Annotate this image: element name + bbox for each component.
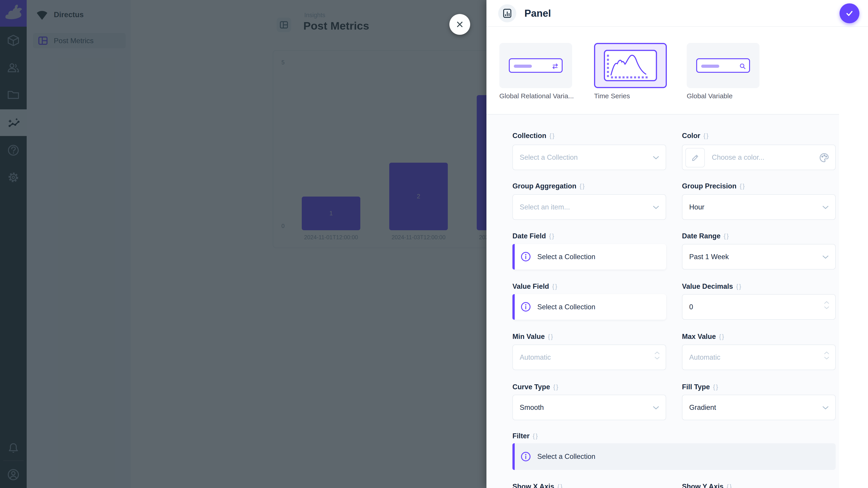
raw-value-icon[interactable]: {} (724, 233, 730, 240)
panel-type-label: Global Relational Varia... (499, 92, 574, 100)
curve-type-field-label: Curve Type {} (513, 383, 559, 391)
raw-value-icon[interactable]: {} (713, 384, 719, 391)
eyedropper-icon (690, 153, 700, 162)
group-precision-select[interactable]: Hour (682, 194, 836, 220)
raw-value-icon[interactable]: {} (549, 233, 555, 240)
panel-type-label: Global Variable (687, 92, 733, 100)
date-field-notice[interactable]: Select a Collection (513, 244, 666, 269)
raw-value-icon[interactable]: {} (552, 283, 558, 290)
chevron-up-icon[interactable] (654, 351, 660, 355)
raw-value-icon[interactable]: {} (550, 132, 555, 139)
drawer-title-icon-circle (498, 4, 516, 22)
number-stepper[interactable] (824, 301, 829, 309)
value-decimals-input[interactable] (682, 294, 836, 320)
color-field-label: Color {} (682, 132, 709, 140)
min-value-field-label: Min Value {} (513, 332, 554, 341)
show-x-axis-field-label: Show X Axis {} (513, 483, 563, 488)
swap-arrows-icon (551, 62, 559, 70)
search-icon (739, 62, 746, 70)
tile-illustration (696, 58, 750, 73)
color-input[interactable]: Choose a color... (682, 144, 836, 170)
raw-value-icon[interactable]: {} (719, 333, 725, 340)
raw-value-icon[interactable]: {} (727, 483, 733, 488)
panel-drawer: Panel (487, 0, 868, 488)
raw-value-icon[interactable]: {} (557, 483, 563, 488)
drawer-close-button[interactable] (450, 14, 470, 35)
curve-type-select[interactable]: Smooth (513, 395, 666, 420)
notice-accent-bar (513, 443, 515, 470)
date-range-field-label: Date Range {} (682, 232, 730, 240)
panel-type-time-series[interactable] (594, 43, 667, 88)
drawer-title: Panel (524, 8, 551, 19)
chevron-down-icon (653, 205, 659, 209)
drawer-overlay[interactable] (0, 0, 487, 488)
tile-illustration (509, 58, 563, 73)
panel-type-label: Time Series (594, 92, 630, 100)
info-icon (521, 302, 531, 312)
collection-field-label: Collection {} (513, 132, 555, 140)
notice-accent-bar (513, 294, 515, 320)
date-range-select[interactable]: Past 1 Week (682, 244, 836, 269)
raw-value-icon[interactable]: {} (533, 433, 539, 440)
date-field-label: Date Field {} (513, 232, 555, 240)
group-aggregation-field-label: Group Aggregation {} (513, 182, 585, 190)
fill-type-field-label: Fill Type {} (682, 383, 719, 391)
color-swatch-button[interactable] (685, 148, 705, 167)
group-aggregation-select[interactable]: Select an item... (513, 194, 666, 220)
chevron-down-icon[interactable] (654, 357, 660, 360)
raw-value-icon[interactable]: {} (553, 384, 559, 391)
tile-placeholder-bar (701, 65, 719, 68)
raw-value-icon[interactable]: {} (740, 183, 745, 190)
drawer-header: Panel (487, 0, 868, 27)
panel-type-global-variable[interactable] (687, 43, 760, 88)
panel-type-global-relational-variable[interactable] (499, 43, 572, 88)
raw-value-icon[interactable]: {} (548, 333, 554, 340)
chevron-up-icon[interactable] (824, 351, 829, 355)
number-stepper[interactable] (654, 351, 660, 360)
notice-accent-bar (513, 244, 515, 269)
min-value-text-input[interactable] (513, 345, 666, 369)
filter-notice[interactable]: Select a Collection (513, 443, 836, 470)
raw-value-icon[interactable]: {} (704, 132, 709, 139)
palette-icon[interactable] (819, 153, 829, 163)
fill-type-select[interactable]: Gradient (682, 395, 836, 420)
chevron-down-icon (822, 255, 829, 259)
value-field-label: Value Field {} (513, 283, 558, 291)
min-value-input[interactable] (513, 345, 666, 370)
info-icon (521, 451, 531, 462)
raw-value-icon[interactable]: {} (736, 283, 742, 290)
number-stepper[interactable] (824, 351, 829, 360)
raw-value-icon[interactable]: {} (580, 183, 585, 190)
max-value-field-label: Max Value {} (682, 332, 725, 341)
show-y-axis-field-label: Show Y Axis {} (682, 483, 733, 488)
collection-select[interactable]: Select a Collection (513, 144, 666, 170)
directus-app: Directus Post Metrics Insights Post Metr… (0, 0, 868, 488)
chevron-down-icon (822, 406, 829, 410)
chevron-down-icon (653, 406, 659, 410)
group-precision-field-label: Group Precision {} (682, 182, 745, 190)
filter-field-label: Filter {} (513, 432, 539, 440)
check-icon (844, 8, 855, 18)
tile-placeholder-bar (514, 65, 532, 68)
chevron-up-icon[interactable] (824, 301, 829, 304)
max-value-text-input[interactable] (682, 345, 835, 369)
chevron-down-icon (653, 156, 659, 160)
max-value-input[interactable] (682, 345, 836, 370)
value-decimals-field-label: Value Decimals {} (682, 283, 742, 291)
value-decimals-text-input[interactable] (682, 295, 835, 319)
chevron-down-icon[interactable] (824, 306, 829, 309)
value-field-notice[interactable]: Select a Collection (513, 294, 666, 320)
close-icon (455, 20, 464, 29)
save-button[interactable] (839, 3, 860, 23)
info-icon (521, 252, 531, 262)
chevron-down-icon[interactable] (824, 357, 829, 360)
insert-chart-icon (502, 8, 513, 19)
time-series-chart-icon (604, 50, 657, 81)
chevron-down-icon (822, 205, 829, 209)
